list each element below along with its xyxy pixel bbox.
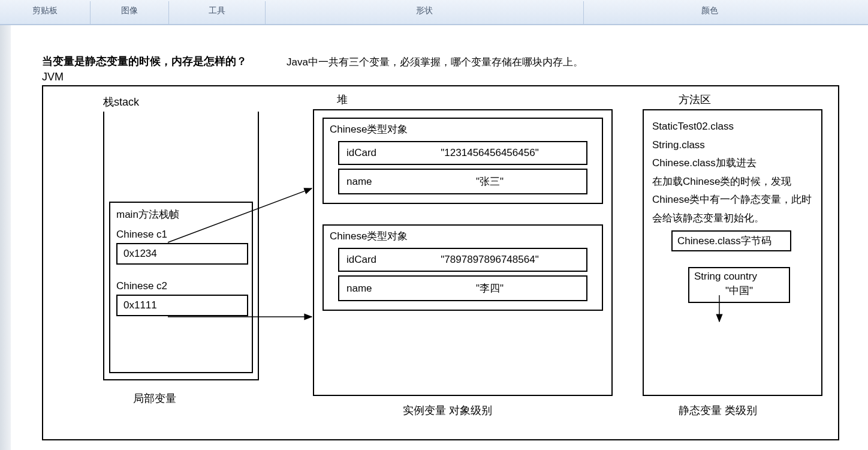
heap-field-name: idCard	[346, 254, 400, 266]
heap-field-name: name	[346, 283, 400, 295]
ribbon-group-label: 剪贴板	[32, 5, 58, 16]
method-area-box: StaticTest02.class String.class Chinese.…	[643, 109, 822, 396]
heap-object: Chinese类型对象 idCard "1231456456456456" na…	[323, 118, 603, 204]
jvm-box: 栈stack main方法栈帧 Chinese c1 0x1234 Chines…	[42, 85, 839, 440]
ribbon-group[interactable]: 颜色	[584, 0, 836, 24]
static-country-box: String country "中国"	[688, 267, 790, 303]
heap-field: idCard "1231456456456456"	[338, 141, 587, 165]
ribbon-group[interactable]: 剪贴板	[0, 0, 90, 24]
heap-object-title: Chinese类型对象	[330, 229, 596, 243]
diagram-subtitle: Java中一共有三个变量，必须掌握，哪个变量存储在哪块内存上。	[287, 55, 583, 69]
canvas-left-shadow	[0, 25, 11, 450]
bytecode-box: Chinese.class字节码	[671, 230, 791, 252]
ribbon-group[interactable]: 工具	[169, 0, 265, 24]
heap-caption: 实例变量 对象级别	[403, 403, 492, 418]
canvas-wrap: 当变量是静态变量的时候，内存是怎样的？ Java中一共有三个变量，必须掌握，哪个…	[0, 25, 868, 450]
stack-frame-title: main方法栈帧	[116, 208, 246, 221]
heap-box: Chinese类型对象 idCard "1231456456456456" na…	[313, 109, 613, 396]
method-area-line: Chinese.class加载进去	[652, 154, 813, 173]
method-area-line: StaticTest02.class	[652, 118, 813, 136]
heap-object-title: Chinese类型对象	[330, 122, 596, 136]
ribbon-group[interactable]: 图像	[91, 0, 168, 24]
method-area-caption: 静态变量 类级别	[679, 403, 757, 418]
stack-var-decl: Chinese c2	[116, 280, 246, 292]
heap-field-value: "张三"	[400, 175, 579, 188]
stack-var-addr: 0x1234	[116, 243, 248, 265]
ribbon-group-label: 图像	[121, 5, 138, 16]
heap-field-value: "7897897896748564"	[400, 254, 579, 266]
heap-field-value: "李四"	[400, 281, 579, 295]
ribbon-toolbar: 剪贴板图像工具形状颜色	[0, 0, 868, 25]
ribbon-group-label: 形状	[416, 5, 433, 16]
stack-var-decl: Chinese c1	[116, 229, 246, 241]
static-country-value: "中国"	[694, 284, 784, 298]
heap-field-name: name	[346, 176, 400, 188]
diagram-canvas: 当变量是静态变量的时候，内存是怎样的？ Java中一共有三个变量，必须掌握，哪个…	[11, 36, 856, 450]
ribbon-group-label: 颜色	[701, 5, 718, 16]
heap-field: name "张三"	[338, 169, 587, 194]
static-country-decl: String country	[694, 271, 757, 282]
method-area-line: String.class	[652, 136, 813, 155]
diagram-title: 当变量是静态变量的时候，内存是怎样的？	[42, 54, 247, 68]
heap-field: idCard "7897897896748564"	[338, 248, 587, 272]
heap-object: Chinese类型对象 idCard "7897897896748564" na…	[323, 224, 603, 311]
stack-label: 栈stack	[103, 95, 139, 109]
method-area-label: 方法区	[679, 92, 711, 107]
heap-label: 堆	[337, 92, 348, 107]
heap-field: name "李四"	[338, 275, 587, 301]
ribbon-group-label: 工具	[209, 5, 225, 16]
stack-frame-main: main方法栈帧 Chinese c1 0x1234 Chinese c2 0x…	[109, 202, 253, 373]
method-area-line: 在加载Chinese类的时候，发现Chinese类中有一个静态变量，此时会给该静…	[652, 173, 813, 228]
stack-var-addr: 0x1111	[116, 295, 248, 316]
ribbon-group[interactable]: 形状	[266, 0, 583, 24]
heap-field-value: "1231456456456456"	[400, 147, 579, 159]
heap-field-name: idCard	[346, 147, 400, 159]
jvm-label: JVM	[42, 71, 64, 83]
stack-column: main方法栈帧 Chinese c1 0x1234 Chinese c2 0x…	[103, 112, 259, 380]
stack-caption: 局部变量	[133, 391, 176, 406]
